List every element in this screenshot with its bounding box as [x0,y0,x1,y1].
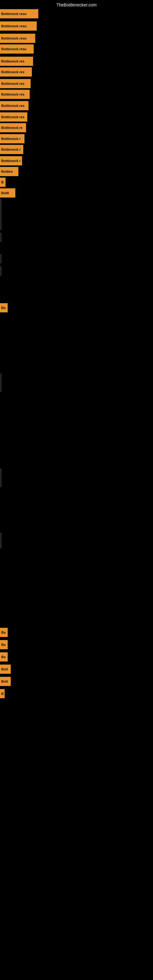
bar-label-4: Bottleneck res [1,59,24,63]
vertical-tick-20 [1,383,1,392]
vertical-tick-21 [1,478,1,487]
vertical-line-0 [1,199,1,230]
bottleneck-bar-3: Bottleneck resu [0,45,33,54]
bottleneck-bar-15: B [0,178,5,187]
bar-label-7: Bottleneck res [1,92,24,96]
bottleneck-bar-5: Bottleneck res [0,67,32,76]
bottleneck-bar-6: Bottleneck res [0,79,30,88]
site-title: TheBottlenecker.com [56,2,97,7]
bar-label-12: Bottleneck r [1,148,21,151]
bar-label-25: Bo [1,655,6,659]
bar-label-15: B [1,180,4,184]
bar-label-28: B [1,692,4,695]
bottleneck-bar-4: Bottleneck res [0,57,33,66]
bottleneck-bar-23: Bo [0,628,8,637]
bottleneck-bar-27: Bott [0,677,11,686]
vertical-tick-17 [1,233,1,242]
bottleneck-bar-11: Bottleneck r [0,134,24,143]
bar-label-9: Bottleneck res [1,115,24,119]
bar-label-11: Bottleneck r [1,137,21,140]
bar-label-16: Bottl [1,191,9,195]
bar-label-6: Bottleneck res [1,82,24,86]
bottleneck-bar-10: Bottleneck re [0,123,26,132]
bottleneck-bar-24: Bo [0,640,8,649]
bottleneck-bar-9: Bottleneck res [0,112,27,122]
bottleneck-bar-25: Bo [0,652,8,662]
bar-label-0: Bottleneck resu [1,12,27,16]
bar-label-3: Bottleneck resu [1,47,27,51]
bar-label-24: Bo [1,643,6,646]
vertical-line-4 [1,533,1,542]
bar-label-23: Bo [1,630,6,634]
bar-label-19: Bo [1,306,6,310]
bottleneck-bar-1: Bottleneck resu [0,21,37,30]
bar-label-26: Bott [1,667,8,671]
vertical-line-3 [1,469,1,478]
bottleneck-bar-13: Bottleneck r [0,156,22,165]
bar-label-10: Bottleneck re [1,126,22,130]
bar-label-27: Bott [1,679,8,683]
bottleneck-bar-26: Bott [0,665,11,674]
bar-label-5: Bottleneck res [1,70,24,74]
bar-label-14: Bottlen [1,170,13,173]
bottleneck-bar-19: Bo [0,303,8,312]
bottleneck-bar-0: Bottleneck resu [0,9,38,18]
bottleneck-bar-2: Bottleneck resu [0,34,35,43]
bottleneck-bar-7: Bottleneck res [0,90,30,99]
vertical-line-1 [1,254,1,263]
vertical-line-2 [1,374,1,383]
bar-label-8: Bottleneck res [1,104,24,108]
bottleneck-bar-14: Bottlen [0,167,18,176]
vertical-tick-18 [1,266,1,275]
bottleneck-bar-16: Bottl [0,188,15,197]
bottleneck-bar-28: B [0,689,5,698]
bar-label-2: Bottleneck resu [1,37,27,40]
bar-label-13: Bottleneck r [1,159,21,162]
bar-label-1: Bottleneck resu [1,24,27,28]
bottleneck-bar-8: Bottleneck res [0,101,29,110]
bottleneck-bar-12: Bottleneck r [0,145,23,154]
